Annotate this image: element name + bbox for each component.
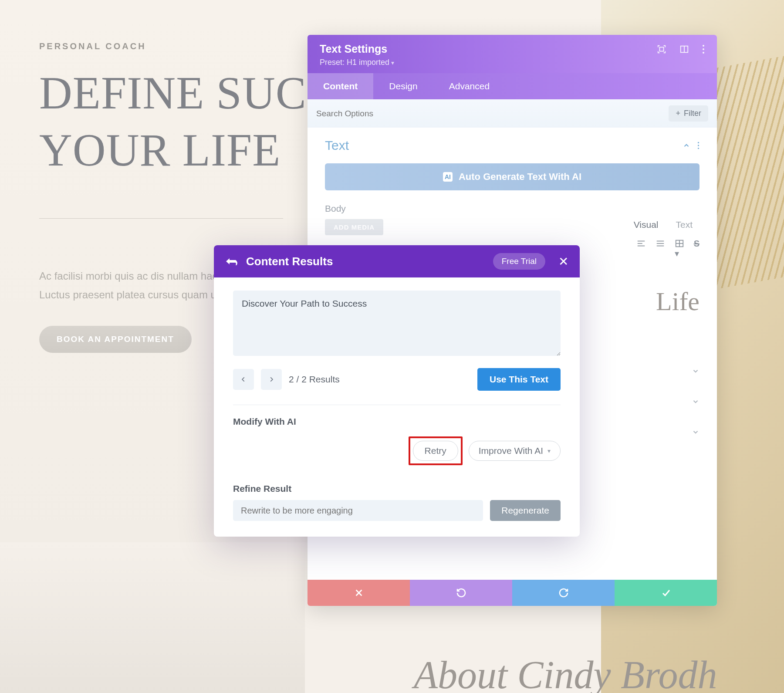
regenerate-button[interactable]: Regenerate [490, 500, 561, 521]
chevron-up-icon[interactable] [683, 142, 690, 149]
undo-button[interactable] [410, 580, 512, 606]
svg-point-5 [703, 52, 704, 54]
prev-result-button[interactable] [233, 369, 254, 390]
divider [39, 218, 283, 219]
filter-button[interactable]: + Filter [669, 105, 708, 122]
modal-title: Content Results [246, 255, 484, 268]
bg-bottom-fade [0, 541, 305, 693]
svg-point-4 [703, 48, 704, 50]
use-this-text-button[interactable]: Use This Text [477, 368, 561, 391]
plus-icon: + [676, 109, 680, 118]
body-label: Body [325, 203, 700, 214]
refine-input[interactable] [233, 500, 483, 521]
tab-design[interactable]: Design [373, 73, 433, 99]
chevron-down-icon[interactable] [692, 398, 700, 406]
preset-dropdown[interactable]: Preset: H1 imported [320, 58, 705, 67]
add-media-button[interactable]: ADD MEDIA [325, 219, 383, 235]
svg-rect-0 [659, 47, 663, 51]
svg-point-3 [703, 45, 704, 47]
divider [233, 405, 561, 405]
svg-point-8 [698, 148, 699, 149]
retry-button[interactable]: Retry [413, 441, 458, 461]
panel-tabs: Content Design Advanced [308, 73, 717, 99]
next-result-button[interactable] [261, 369, 282, 390]
cancel-button[interactable] [308, 580, 410, 606]
chevron-down-icon[interactable] [692, 428, 700, 436]
result-counter: 2 / 2 Results [289, 374, 340, 385]
svg-point-6 [698, 142, 699, 143]
tab-advanced[interactable]: Advanced [433, 73, 505, 99]
improve-with-ai-dropdown[interactable]: Improve With AI [469, 441, 561, 461]
modal-header: Content Results Free Trial ✕ [214, 245, 580, 277]
ai-icon: AI [443, 172, 453, 182]
chevron-down-icon[interactable] [692, 367, 700, 375]
editor-tab-text[interactable]: Text [676, 220, 693, 234]
kebab-icon[interactable] [702, 44, 705, 54]
editor-tab-visual[interactable]: Visual [634, 220, 659, 234]
filter-label: Filter [684, 109, 701, 118]
ai-generate-button[interactable]: AI Auto Generate Text With AI [325, 163, 700, 190]
refine-result-label: Refine Result [233, 483, 561, 494]
align-left-icon[interactable] [636, 239, 646, 259]
improve-label: Improve With AI [479, 446, 543, 456]
redo-button[interactable] [512, 580, 615, 606]
panel-title: Text Settings [320, 43, 387, 55]
panel-footer-actions [308, 580, 717, 606]
panel-header: Text Settings Preset: H1 imported [308, 35, 717, 73]
section-text-title[interactable]: Text [325, 138, 349, 153]
columns-icon[interactable] [679, 44, 689, 54]
result-textarea[interactable] [233, 291, 561, 356]
ai-button-label: Auto Generate Text With AI [459, 171, 581, 183]
retry-highlight-box: Retry [409, 436, 463, 465]
content-results-modal: Content Results Free Trial ✕ 2 / 2 Resul… [214, 245, 580, 537]
about-heading: About Cindy Brodh [414, 652, 717, 693]
save-button[interactable] [615, 580, 717, 606]
kebab-icon[interactable] [697, 142, 700, 149]
close-icon[interactable]: ✕ [558, 254, 568, 269]
free-trial-badge[interactable]: Free Trial [493, 253, 545, 270]
align-justify-icon[interactable] [656, 239, 665, 259]
search-input[interactable] [316, 109, 669, 118]
table-icon[interactable]: ▾ [675, 239, 684, 259]
strikethrough-icon[interactable]: S [694, 239, 700, 259]
svg-point-7 [698, 145, 699, 146]
modify-with-ai-label: Modify With AI [233, 416, 561, 427]
expand-icon[interactable] [657, 44, 666, 54]
cta-button[interactable]: BOOK AN APPOINTMENT [39, 326, 192, 353]
back-arrow-icon[interactable] [225, 256, 237, 267]
tab-content[interactable]: Content [308, 73, 373, 99]
panel-search-row: + Filter [308, 99, 717, 128]
